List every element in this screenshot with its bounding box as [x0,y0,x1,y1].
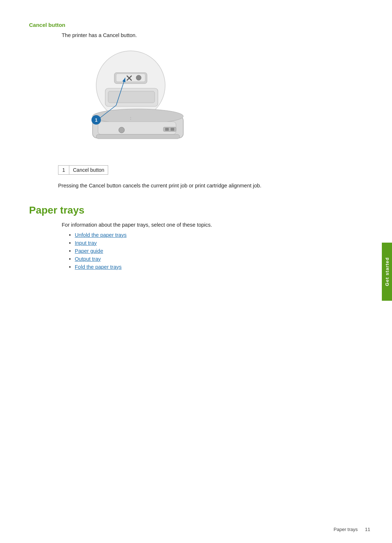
footer-page-number: 11 [365,527,370,532]
caption-label: Cancel button [69,165,108,174]
paper-trays-heading: Paper trays [29,204,327,216]
link-paper-guide[interactable]: Paper guide [75,248,103,254]
cancel-button-heading: Cancel button [29,22,327,28]
get-started-tab: Get started [382,243,392,301]
link-output-tray[interactable]: Output tray [75,256,101,262]
svg-text:1: 1 [95,117,97,123]
svg-point-14 [119,127,124,133]
paper-trays-link-list: Unfold the paper trays Input tray Paper … [69,232,327,270]
svg-point-5 [136,75,141,80]
svg-rect-12 [165,128,169,131]
caption-table: 1 Cancel button [58,165,108,175]
svg-rect-7 [108,91,155,103]
cancel-button-intro: The printer has a Cancel button. [62,32,327,40]
svg-rect-15 [96,134,180,139]
page-footer: Paper trays 11 [0,527,392,532]
side-tab-label: Get started [384,257,390,286]
svg-point-9 [93,109,183,123]
list-item: Paper guide [69,248,327,254]
link-input-tray[interactable]: Input tray [75,240,97,246]
svg-rect-13 [171,128,174,131]
list-item: Input tray [69,240,327,246]
caption-number: 1 [58,165,69,174]
list-item: Output tray [69,256,327,262]
footer-label: Paper trays [334,527,358,532]
list-item: Fold the paper trays [69,264,327,270]
paper-trays-intro: For information about the paper trays, s… [62,222,327,228]
printer-illustration: 1 [58,45,196,154]
press-text: Pressing the Cancel button cancels the c… [58,182,327,190]
printer-diagram: 1 [58,45,203,162]
link-unfold-paper-trays[interactable]: Unfold the paper trays [75,232,127,238]
list-item: Unfold the paper trays [69,232,327,238]
link-fold-paper-trays[interactable]: Fold the paper trays [75,264,122,270]
